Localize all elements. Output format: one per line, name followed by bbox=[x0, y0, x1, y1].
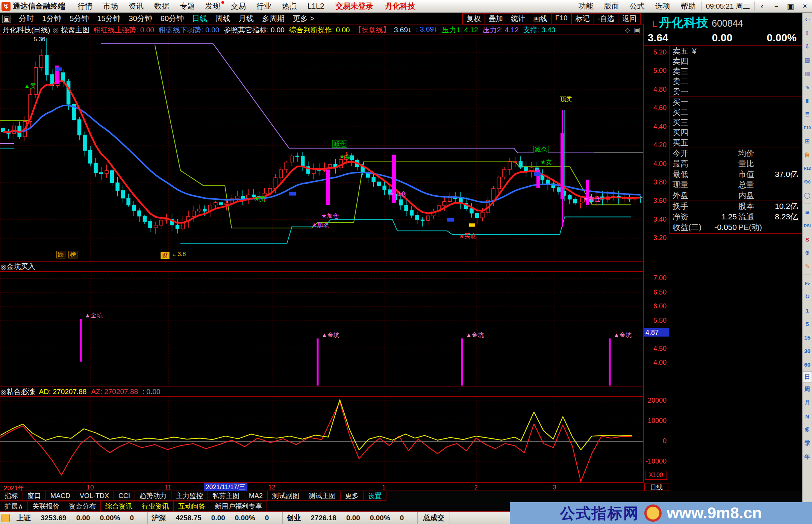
tab-测试副图[interactable]: 测试副图 bbox=[267, 491, 304, 501]
toolbar-button-复权[interactable]: 复权 bbox=[462, 13, 485, 24]
pencil-icon[interactable]: ✎ bbox=[803, 260, 812, 273]
period-15-item[interactable]: 15 bbox=[803, 331, 812, 344]
tab-MA2[interactable]: MA2 bbox=[244, 491, 268, 501]
toolbar-button-叠加[interactable]: 叠加 bbox=[485, 13, 507, 24]
menu-公式[interactable]: 公式 bbox=[624, 1, 650, 11]
tab-私募主图[interactable]: 私募主图 bbox=[208, 491, 244, 501]
toolbar-button-统计[interactable]: 统计 bbox=[507, 13, 529, 24]
tab-MACD[interactable]: MACD bbox=[45, 491, 75, 501]
period-日线[interactable]: 日线 bbox=[188, 14, 211, 24]
back-window-button[interactable]: ‹ bbox=[755, 2, 769, 11]
oscillator-panel[interactable] bbox=[0, 397, 644, 483]
down-arrow-icon[interactable]: ⇩ bbox=[803, 40, 812, 53]
tab-设置[interactable]: 设置 bbox=[363, 491, 386, 501]
tab-测试主图[interactable]: 测试主图 bbox=[304, 491, 341, 501]
collapse-icon[interactable]: ◎ bbox=[0, 388, 7, 396]
tab-互动问答[interactable]: 互动问答 bbox=[173, 501, 210, 511]
f5-icon[interactable]: F5 bbox=[803, 276, 812, 290]
stock-name[interactable]: 丹化科技 bbox=[659, 15, 709, 31]
f12-icon[interactable]: F12 bbox=[803, 162, 812, 175]
menu-资讯[interactable]: 资讯 bbox=[123, 2, 149, 10]
tab-资金分布[interactable]: 资金分布 bbox=[64, 501, 101, 511]
volume-bars-icon[interactable]: ▥ bbox=[803, 67, 812, 80]
period-n-item[interactable]: N bbox=[803, 409, 812, 423]
period-year-item[interactable]: 年 bbox=[803, 450, 812, 464]
back-arrow-icon[interactable]: ⇦ bbox=[803, 13, 812, 26]
period-周线[interactable]: 周线 bbox=[211, 14, 235, 24]
toolbar-button-返回[interactable]: 返回 bbox=[618, 13, 641, 24]
tab-更多[interactable]: 更多 bbox=[340, 491, 364, 501]
period-60-item[interactable]: 60 bbox=[803, 358, 812, 371]
period-month-item[interactable]: 月 bbox=[803, 396, 812, 409]
index-quote-上证[interactable]: 上证3253.690.000.00%0 bbox=[13, 512, 148, 524]
period-5分钟[interactable]: 5分钟 bbox=[65, 14, 93, 24]
period-30分钟[interactable]: 30分钟 bbox=[125, 14, 156, 24]
menu-发现[interactable]: 发现 bbox=[200, 2, 226, 10]
toolbar-button-F10[interactable]: F10 bbox=[551, 13, 572, 24]
tab-行业资讯[interactable]: 行业资讯 bbox=[137, 501, 174, 511]
structure-icon[interactable]: ⊞ bbox=[803, 134, 812, 148]
menu-L1L2[interactable]: L1L2 bbox=[302, 2, 330, 10]
kline-icon[interactable]: ▮ bbox=[803, 94, 812, 107]
site-url[interactable]: www.9m8.cn bbox=[667, 504, 762, 522]
period-quarter-item[interactable]: 季 bbox=[803, 436, 812, 450]
pane-diamond-icon[interactable]: ◇ bbox=[625, 26, 630, 34]
close-button[interactable]: × bbox=[798, 2, 812, 11]
market-status-icon[interactable] bbox=[2, 514, 10, 522]
menu-热点[interactable]: 热点 bbox=[277, 2, 302, 10]
bottom-panel-title[interactable]: 粘合必涨 bbox=[7, 387, 35, 397]
period-分时[interactable]: 分时 bbox=[15, 14, 38, 24]
toolbar-button--自选[interactable]: -自选 bbox=[594, 13, 618, 24]
refresh-icon[interactable]: ↻ bbox=[803, 290, 812, 304]
period-60分钟[interactable]: 60分钟 bbox=[156, 14, 188, 24]
multi-page-icon[interactable]: ≣ bbox=[803, 107, 812, 121]
up-arrow-icon[interactable]: ⇧ bbox=[803, 26, 812, 40]
indicator-name[interactable]: 操盘主图 bbox=[61, 25, 89, 35]
tab-指标[interactable]: 指标 bbox=[0, 491, 23, 501]
index-quote-创业[interactable]: 创业2726.180.000.00%0 bbox=[283, 512, 418, 524]
period-1分钟[interactable]: 1分钟 bbox=[38, 14, 65, 24]
trade-login-status[interactable]: 交易未登录 bbox=[330, 1, 379, 11]
period-multi-item[interactable]: 多 bbox=[803, 423, 812, 436]
collapse-icon[interactable]: ◎ bbox=[53, 26, 59, 34]
index-quote-沪深[interactable]: 沪深4258.750.000.00%0 bbox=[148, 512, 283, 524]
minimize-button[interactable]: － bbox=[769, 2, 783, 11]
tab-综合资讯[interactable]: 综合资讯 bbox=[100, 501, 137, 511]
active-stock-shortcut[interactable]: 丹化科技 bbox=[379, 1, 421, 11]
tab-扩展∧[interactable]: 扩展∧ bbox=[0, 501, 28, 511]
period-5-item[interactable]: 5 bbox=[803, 317, 812, 331]
trend-line-icon[interactable]: ∿ bbox=[803, 80, 812, 94]
menu-行情[interactable]: 行情 bbox=[72, 2, 98, 10]
tab-VOL-TDX[interactable]: VOL-TDX bbox=[75, 491, 114, 501]
layout-icon[interactable]: ▣ bbox=[2, 15, 11, 23]
menu-市场[interactable]: 市场 bbox=[98, 2, 123, 10]
toolbar-button-标记[interactable]: 标记 bbox=[571, 13, 594, 24]
menu-数据[interactable]: 数据 bbox=[149, 2, 174, 10]
tab-新用户福利专享[interactable]: 新用户福利专享 bbox=[210, 501, 267, 511]
wave-compare-icon[interactable]: ≋ bbox=[803, 205, 812, 219]
restore-button[interactable]: ▣ bbox=[783, 2, 798, 11]
rsi-icon[interactable]: RSI bbox=[803, 219, 812, 233]
main-price-chart[interactable]: ▲卖5.36★卖★加仓★加仓★加仓★加仓减仓★卖减仓★卖顶卖★买底跌榜财←3.8 bbox=[0, 35, 644, 262]
quote-board-icon[interactable]: ▦ bbox=[803, 53, 812, 67]
menu-专题[interactable]: 专题 bbox=[174, 2, 200, 10]
move-icon[interactable]: ⊕ bbox=[803, 246, 812, 260]
period-月线[interactable]: 月线 bbox=[235, 14, 258, 24]
period-多周期[interactable]: 多周期 bbox=[258, 14, 289, 24]
gold-pit-indicator-panel[interactable]: ▲金坑▲金坑▲金坑▲金坑 bbox=[0, 272, 644, 387]
toolbar-button-画线[interactable]: 画线 bbox=[529, 13, 551, 24]
tab-关联报价[interactable]: 关联报价 bbox=[27, 501, 64, 511]
loop-icon[interactable]: ◯ bbox=[803, 189, 812, 202]
collapse-icon[interactable]: ◎ bbox=[0, 263, 7, 271]
self-stock-icon[interactable]: 自 bbox=[803, 148, 812, 162]
menu-帮助[interactable]: 帮助 bbox=[676, 1, 701, 11]
period-1-item[interactable]: 1 bbox=[803, 304, 812, 317]
tab-窗口[interactable]: 窗口 bbox=[23, 491, 46, 501]
tab-CCI[interactable]: CCI bbox=[114, 491, 135, 501]
menu-选项[interactable]: 选项 bbox=[650, 1, 676, 11]
period-day-item[interactable]: 日 bbox=[803, 371, 812, 382]
formula-icon[interactable]: f(x) bbox=[803, 175, 812, 189]
period-15分钟[interactable]: 15分钟 bbox=[93, 14, 124, 24]
menu-版面[interactable]: 版面 bbox=[599, 1, 624, 11]
middle-panel-title[interactable]: 金坑买入 bbox=[7, 262, 35, 272]
